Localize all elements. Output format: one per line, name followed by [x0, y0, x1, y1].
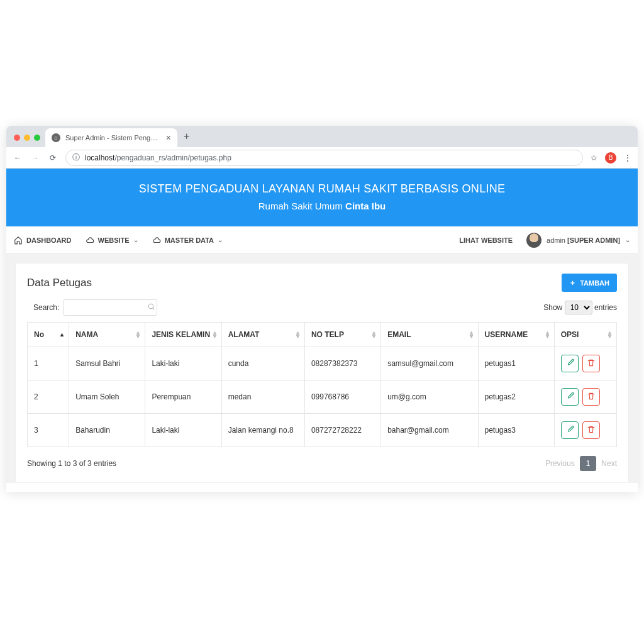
- col-jenis-kelamin[interactable]: JENIS KELAMIN▴▾: [145, 323, 221, 347]
- edit-button[interactable]: [561, 388, 579, 406]
- cell-username: petugas2: [478, 380, 554, 414]
- col-alamat[interactable]: ALAMAT▴▾: [221, 323, 304, 347]
- favicon-icon: ⌂: [52, 133, 60, 142]
- sort-icon: ▴▾: [136, 331, 140, 338]
- address-bar[interactable]: ⓘ localhost/pengaduan_rs/admin/petugas.p…: [65, 150, 583, 166]
- minimize-window-icon[interactable]: [24, 135, 30, 141]
- wrench-icon: [565, 358, 574, 369]
- wrench-icon: [565, 392, 574, 402]
- page-title: Data Petugas: [27, 277, 92, 289]
- profile-avatar[interactable]: B: [605, 152, 616, 164]
- trash-icon: [587, 358, 596, 369]
- close-tab-icon[interactable]: ×: [166, 133, 171, 143]
- search-label: Search:: [33, 303, 59, 312]
- app-root: SISTEM PENGADUAN LAYANAN RUMAH SAKIT BER…: [6, 169, 638, 483]
- table-row: 1Samsul BahriLaki-lakicunda08287382373sa…: [28, 347, 617, 380]
- nav-master-data[interactable]: MASTER DATA ⌄: [152, 236, 223, 245]
- cell-alamat: Jalan kemangi no.8: [221, 414, 304, 447]
- sort-icon: ▴▾: [608, 331, 611, 338]
- cell-email: samsul@gmail.com: [381, 347, 478, 380]
- edit-button[interactable]: [561, 421, 579, 439]
- pagination: Previous 1 Next: [545, 456, 617, 471]
- entries-control: Show 10 entries: [543, 301, 617, 314]
- browser-tab[interactable]: ⌂ Super Admin - Sistem Pengadu ×: [45, 128, 177, 147]
- add-button[interactable]: ＋ TAMBAH: [562, 274, 617, 292]
- cell-opsi: [554, 380, 616, 414]
- next-page[interactable]: Next: [601, 459, 617, 468]
- info-icon: ⓘ: [72, 152, 80, 163]
- maximize-window-icon[interactable]: [34, 135, 40, 141]
- cell-nama: Baharudin: [69, 414, 145, 447]
- close-window-icon[interactable]: [14, 135, 20, 141]
- hero-subtitle: Rumah Sakit Umum Cinta Ibu: [13, 201, 631, 211]
- sort-icon: ▴▾: [213, 331, 216, 338]
- url-path: /pengaduan_rs/admin/petugas.php: [114, 153, 231, 162]
- card-data-petugas: Data Petugas ＋ TAMBAH Search: Show: [15, 263, 629, 483]
- home-icon: [14, 236, 23, 245]
- cell-jk: Laki-laki: [145, 347, 221, 380]
- col-telp[interactable]: NO TELP▴▾: [304, 323, 380, 347]
- hero-banner: SISTEM PENGADUAN LAYANAN RUMAH SAKIT BER…: [6, 169, 638, 226]
- cell-telp: 087272728222: [304, 414, 380, 447]
- delete-button[interactable]: [582, 355, 600, 372]
- tab-bar: ⌂ Super Admin - Sistem Pengadu × +: [6, 126, 638, 147]
- cell-no: 1: [28, 347, 69, 380]
- bookmark-star-icon[interactable]: ☆: [591, 153, 597, 162]
- nav-dashboard[interactable]: DASHBOARD: [14, 236, 72, 245]
- browser-window: ⌂ Super Admin - Sistem Pengadu × + ← → ⟳…: [6, 126, 638, 492]
- kebab-menu-icon[interactable]: ⋮: [624, 153, 631, 162]
- search-control: Search:: [27, 299, 155, 316]
- col-nama[interactable]: NAMA▴▾: [69, 323, 145, 347]
- cell-jk: Laki-laki: [145, 414, 221, 447]
- col-opsi: OPSI▴▾: [554, 323, 616, 347]
- trash-icon: [587, 425, 596, 436]
- avatar: [526, 233, 541, 248]
- sort-icon: ▴▾: [546, 331, 549, 338]
- cell-nama: Umam Soleh: [69, 380, 145, 414]
- delete-button[interactable]: [582, 388, 600, 406]
- chevron-down-icon: ⌄: [218, 236, 223, 243]
- cell-alamat: medan: [221, 380, 304, 414]
- forward-button[interactable]: →: [30, 153, 40, 162]
- chevron-down-icon: ⌄: [133, 236, 138, 243]
- entries-select[interactable]: 10: [565, 301, 592, 314]
- main-navbar: DASHBOARD WEBSITE ⌄ MASTER DATA ⌄ LIHAT …: [6, 226, 638, 254]
- col-no[interactable]: No▴: [28, 323, 69, 347]
- cell-email: bahar@gmail.com: [381, 414, 478, 447]
- table-info: Showing 1 to 3 of 3 entries: [27, 459, 116, 468]
- user-menu[interactable]: admin [SUPER ADMIN] ⌄: [526, 233, 630, 248]
- delete-button[interactable]: [582, 421, 600, 439]
- col-email[interactable]: EMAIL▴▾: [381, 323, 478, 347]
- url-host: localhost: [85, 153, 114, 162]
- col-username[interactable]: USERNAME▴▾: [478, 323, 554, 347]
- table-row: 3BaharudinLaki-lakiJalan kemangi no.8087…: [28, 414, 617, 447]
- nav-lihat-website[interactable]: LIHAT WEBSITE: [459, 236, 513, 244]
- cloud-icon: [152, 236, 161, 245]
- address-bar-row: ← → ⟳ ⓘ localhost/pengaduan_rs/admin/pet…: [6, 147, 638, 169]
- cell-email: um@g.com: [381, 380, 478, 414]
- back-button[interactable]: ←: [13, 153, 23, 162]
- search-input[interactable]: [63, 299, 157, 316]
- page-current[interactable]: 1: [580, 456, 597, 471]
- sort-icon: ▴▾: [470, 331, 473, 338]
- tab-title: Super Admin - Sistem Pengadu: [65, 134, 161, 142]
- nav-website[interactable]: WEBSITE ⌄: [86, 236, 138, 245]
- window-controls[interactable]: [11, 135, 45, 147]
- reload-button[interactable]: ⟳: [48, 153, 58, 162]
- cell-telp: 08287382373: [304, 347, 380, 380]
- cell-no: 2: [28, 380, 69, 414]
- wrench-icon: [565, 425, 574, 436]
- new-tab-button[interactable]: +: [177, 131, 196, 147]
- cell-alamat: cunda: [221, 347, 304, 380]
- petugas-table: No▴ NAMA▴▾ JENIS KELAMIN▴▾ ALAMAT▴▾ NO T…: [27, 322, 617, 447]
- trash-icon: [587, 392, 596, 402]
- edit-button[interactable]: [561, 355, 579, 372]
- plus-icon: ＋: [569, 278, 576, 287]
- svg-point-0: [149, 304, 154, 309]
- sort-asc-icon: ▴: [60, 333, 64, 336]
- cell-opsi: [554, 347, 616, 380]
- hero-title: SISTEM PENGADUAN LAYANAN RUMAH SAKIT BER…: [13, 182, 631, 196]
- sort-icon: ▴▾: [296, 331, 299, 338]
- cell-username: petugas1: [478, 347, 554, 380]
- prev-page[interactable]: Previous: [545, 459, 575, 468]
